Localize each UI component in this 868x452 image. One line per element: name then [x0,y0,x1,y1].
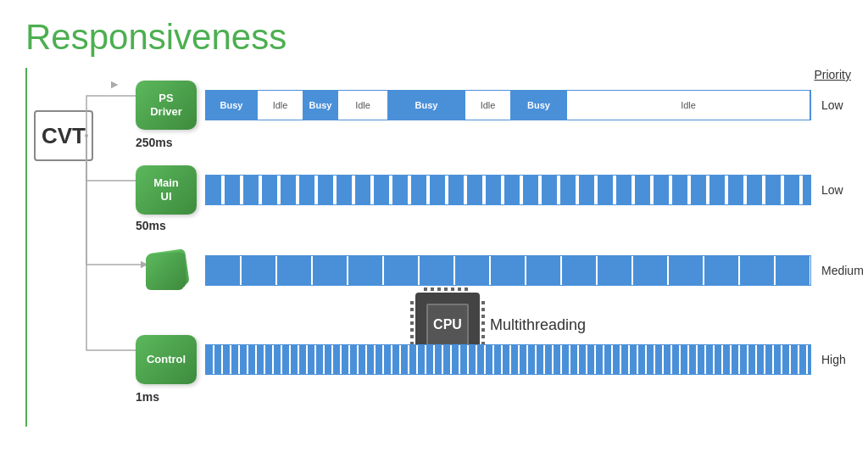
seg-idle-3: Idle [465,91,511,120]
control-ms-label: 1ms [136,390,159,404]
left-accent-line [25,68,27,427]
ps-driver-box: PSDriver [136,81,197,130]
multithreading-label: Multithreading [490,316,586,334]
control-timeline [205,344,811,375]
ps-driver-timeline: Busy Idle Busy Idle Busy Idle Busy Idle [205,90,811,120]
plugin-priority: Medium [821,264,868,277]
page-title: Responsiveness [25,17,843,58]
plugin-icon-container [136,246,197,295]
main-ui-timeline [205,175,811,205]
cvt-label: CVT [42,123,86,149]
seg-idle-2: Idle [337,91,388,120]
main-ui-priority: Low [821,183,868,197]
row-ps-driver: PSDriver Busy Idle Busy Idle Busy Idle B… [136,81,868,130]
seg-busy-2: Busy [303,91,337,120]
priority-header: Priority [814,68,851,81]
ps-driver-priority: Low [821,98,868,112]
row-main-ui: MainUI Low [136,165,868,215]
plugin-timeline [205,255,811,286]
seg-busy-3: Busy [388,91,465,120]
row-plugin: Medium [136,246,868,295]
seg-idle-4: Idle [566,91,810,120]
seg-busy-4: Busy [511,91,566,120]
main-ui-ms-label: 50ms [136,219,166,232]
seg-idle-1: Idle [257,91,303,120]
control-priority: High [821,353,868,366]
control-box: Control [136,335,197,384]
cvt-box: CVT [34,110,93,161]
page: Responsiveness Priority CVT PSDriver [0,0,868,452]
row-control: Control High [136,335,868,384]
seg-busy-1: Busy [206,91,257,120]
ps-driver-ms-label: 250ms [136,136,173,149]
main-ui-box: MainUI [136,165,197,215]
plugin-icon-front [146,254,184,290]
